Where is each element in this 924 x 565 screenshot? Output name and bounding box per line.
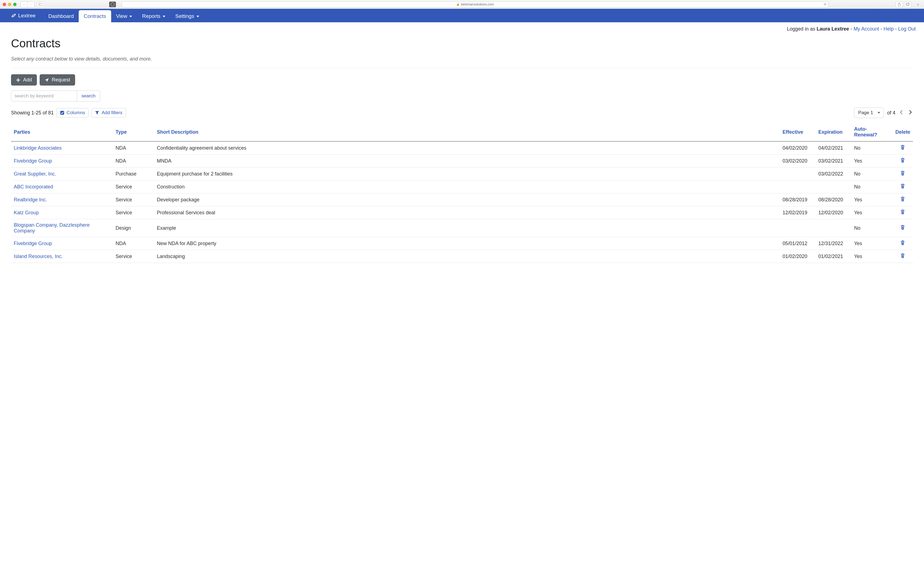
cell-auto-renewal: Yes — [851, 237, 892, 250]
send-icon — [45, 78, 49, 82]
sidebar-toggle-button[interactable] — [37, 1, 44, 7]
party-link[interactable]: Blogspan Company, Dazzlesphere Company — [14, 222, 90, 234]
cell-auto-renewal: Yes — [851, 193, 892, 206]
contracts-table: Parties Type Short Description Effective… — [11, 123, 913, 263]
search-input[interactable] — [11, 90, 77, 102]
cell-auto-renewal: No — [851, 141, 892, 154]
cell-short-description: Professional Services deal — [154, 206, 780, 219]
nav-contracts-label: Contracts — [84, 13, 106, 19]
cell-expiration: 03/02/2021 — [816, 154, 851, 168]
party-link[interactable]: Linkbridge Associates — [14, 145, 62, 151]
party-link[interactable]: Fivebridge Group — [14, 241, 52, 246]
cell-effective — [780, 168, 816, 180]
party-link[interactable]: Island Resources, Inc. — [14, 253, 63, 259]
url-bar[interactable]: 🔒 berkmansolutions.com ⟳ — [122, 1, 828, 7]
refresh-icon[interactable]: ⟳ — [824, 3, 826, 6]
page-of-label: of 4 — [887, 110, 896, 116]
cell-effective: 12/02/2019 — [780, 206, 816, 219]
trash-icon[interactable] — [900, 171, 905, 176]
nav-settings-label: Settings — [175, 13, 194, 19]
nav-reports-label: Reports — [142, 13, 160, 19]
page-select[interactable]: Page 1 — [854, 108, 884, 118]
col-header-parties[interactable]: Parties — [11, 123, 113, 141]
nav-buttons: ‹ › — [20, 1, 34, 7]
party-link[interactable]: Katz Group — [14, 210, 39, 215]
request-button[interactable]: Request — [40, 74, 75, 85]
trash-icon[interactable] — [900, 240, 905, 245]
reader-button[interactable] — [109, 1, 116, 7]
col-header-expiration[interactable]: Expiration — [816, 123, 851, 141]
nav-settings[interactable]: Settings — [170, 10, 204, 22]
cell-parties: Fivebridge Group — [11, 237, 113, 250]
add-button[interactable]: Add — [11, 74, 37, 85]
trash-icon[interactable] — [900, 157, 905, 163]
col-header-type[interactable]: Type — [113, 123, 154, 141]
cell-type: Service — [113, 180, 154, 193]
cell-auto-renewal: Yes — [851, 154, 892, 168]
cell-delete — [892, 154, 913, 168]
trash-icon[interactable] — [900, 145, 905, 150]
next-page-button[interactable] — [908, 109, 913, 116]
cell-delete — [892, 237, 913, 250]
nav-contracts[interactable]: Contracts — [79, 10, 111, 22]
prev-page-button[interactable] — [898, 109, 904, 116]
table-row: Fivebridge GroupNDANew NDA for ABC prope… — [11, 237, 913, 250]
nav-reports[interactable]: Reports — [137, 10, 170, 22]
minimize-window-icon[interactable] — [8, 3, 11, 6]
brand-logo[interactable]: Lextree — [11, 9, 38, 22]
search-button[interactable]: search — [77, 90, 100, 102]
trash-icon[interactable] — [900, 253, 905, 258]
cell-effective: 03/02/2020 — [780, 154, 816, 168]
help-link[interactable]: Help — [884, 26, 894, 31]
cell-parties: Katz Group — [11, 206, 113, 219]
cell-effective — [780, 180, 816, 193]
trash-icon[interactable] — [900, 225, 905, 230]
nav-dashboard[interactable]: Dashboard — [43, 10, 79, 22]
col-header-auto-renewal[interactable]: Auto-Renewal? — [851, 123, 892, 141]
svg-rect-4 — [906, 3, 909, 6]
cell-type: Design — [113, 219, 154, 237]
table-row: Linkbridge AssociatesNDAConfidentiality … — [11, 141, 913, 154]
nav-view[interactable]: View — [111, 10, 137, 22]
nav-view-label: View — [116, 13, 128, 19]
party-link[interactable]: Great Supplier, Inc. — [14, 171, 56, 177]
cell-short-description: Landscaping — [154, 250, 780, 263]
party-link[interactable]: Fivebridge Group — [14, 158, 52, 164]
cell-expiration: 03/02/2022 — [816, 168, 851, 180]
col-header-delete[interactable]: Delete — [892, 123, 913, 141]
showing-count: Showing 1-25 of 81 — [11, 110, 54, 116]
cell-parties: Fivebridge Group — [11, 154, 113, 168]
table-row: Blogspan Company, Dazzlesphere CompanyDe… — [11, 219, 913, 237]
cell-parties: Realbridge Inc. — [11, 193, 113, 206]
back-button[interactable]: ‹ — [20, 1, 27, 7]
zoom-window-icon[interactable] — [13, 3, 16, 6]
svg-rect-6 — [60, 111, 64, 115]
columns-button[interactable]: Columns — [56, 108, 88, 117]
tabs-button[interactable] — [904, 1, 911, 7]
my-account-link[interactable]: My Account — [854, 26, 879, 31]
party-link[interactable]: Realbridge Inc. — [14, 197, 47, 202]
col-header-effective[interactable]: Effective — [780, 123, 816, 141]
share-button[interactable] — [896, 1, 903, 7]
trash-icon[interactable] — [900, 183, 905, 189]
cell-effective: 04/02/2020 — [780, 141, 816, 154]
new-tab-button[interactable]: + — [915, 1, 921, 8]
trash-icon[interactable] — [900, 196, 905, 202]
page-title: Contracts — [11, 37, 913, 50]
cell-parties: Blogspan Company, Dazzlesphere Company — [11, 219, 113, 237]
close-window-icon[interactable] — [3, 3, 6, 6]
trash-icon[interactable] — [900, 209, 905, 214]
navbar: Lextree Dashboard Contracts View Reports… — [0, 9, 924, 22]
forward-button[interactable]: › — [27, 1, 34, 7]
add-filters-button-label: Add filters — [102, 110, 123, 115]
col-header-short-description[interactable]: Short Description — [154, 123, 780, 141]
checkbox-checked-icon — [60, 111, 64, 115]
logout-link[interactable]: Log Out — [898, 26, 916, 31]
cell-short-description: New NDA for ABC property — [154, 237, 780, 250]
table-row: ABC IncorporatedServiceConstructionNo — [11, 180, 913, 193]
logged-in-prefix: Logged in as — [787, 26, 817, 31]
party-link[interactable]: ABC Incorporated — [14, 184, 53, 190]
cell-delete — [892, 180, 913, 193]
cell-effective: 05/01/2012 — [780, 237, 816, 250]
add-filters-button[interactable]: Add filters — [92, 108, 126, 117]
